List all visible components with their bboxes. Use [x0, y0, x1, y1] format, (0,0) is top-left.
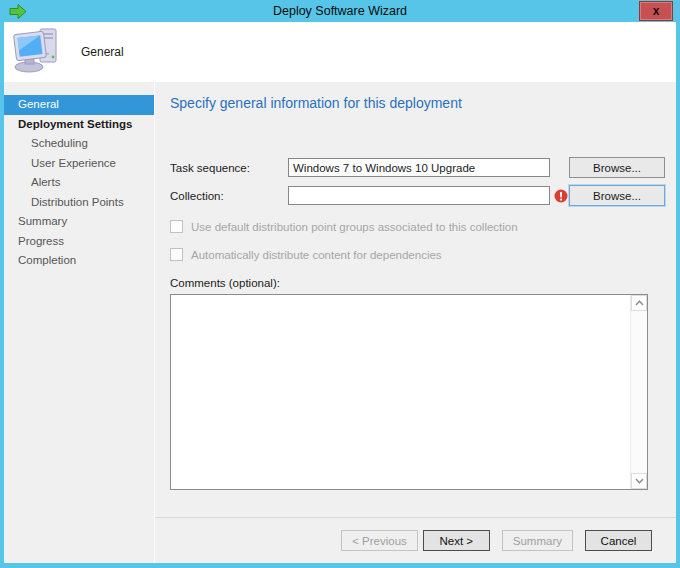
sidebar-item-scheduling[interactable]: Scheduling — [4, 134, 154, 154]
sidebar-item-completion[interactable]: Completion — [4, 251, 154, 271]
comments-field — [170, 294, 648, 490]
task-sequence-input[interactable] — [288, 158, 550, 177]
auto-distribute-content-checkbox[interactable] — [170, 248, 183, 261]
close-icon[interactable]: x — [639, 1, 673, 21]
scroll-down-icon[interactable] — [631, 473, 647, 489]
wizard-sidebar: General Deployment Settings Scheduling U… — [4, 82, 155, 563]
collection-input[interactable] — [288, 186, 550, 205]
collection-label: Collection: — [170, 190, 224, 202]
cancel-button[interactable]: Cancel — [585, 530, 652, 551]
task-sequence-browse-button[interactable]: Browse... — [569, 157, 665, 178]
comments-label: Comments (optional): — [170, 277, 280, 289]
sidebar-item-general[interactable]: General — [4, 95, 154, 115]
next-button[interactable]: Next > — [423, 530, 490, 551]
sidebar-item-alerts[interactable]: Alerts — [4, 173, 154, 193]
sidebar-item-distribution-points[interactable]: Distribution Points — [4, 193, 154, 213]
general-page: Specify general information for this dep… — [155, 82, 676, 517]
use-default-dp-groups-label: Use default distribution point groups as… — [191, 221, 518, 233]
titlebar[interactable]: Deploy Software Wizard x — [0, 0, 680, 22]
window-title: Deploy Software Wizard — [0, 0, 680, 22]
scroll-up-icon[interactable] — [631, 295, 647, 311]
sidebar-item-deployment-settings[interactable]: Deployment Settings — [4, 115, 154, 135]
sidebar-item-summary[interactable]: Summary — [4, 212, 154, 232]
wizard-header: General — [4, 22, 676, 82]
task-sequence-label: Task sequence: — [170, 162, 250, 174]
wizard-page-title: General — [81, 45, 124, 59]
use-default-dp-groups-row: Use default distribution point groups as… — [170, 220, 518, 233]
window-body: General General Deployment Settings Sche… — [4, 22, 676, 563]
sidebar-item-progress[interactable]: Progress — [4, 232, 154, 252]
previous-button[interactable]: < Previous — [341, 530, 418, 551]
auto-distribute-content-label: Automatically distribute content for dep… — [191, 249, 442, 261]
computer-icon — [13, 27, 61, 77]
use-default-dp-groups-checkbox[interactable] — [170, 220, 183, 233]
comments-scrollbar[interactable] — [630, 295, 647, 489]
summary-button[interactable]: Summary — [502, 530, 573, 551]
validation-error-icon — [554, 189, 568, 207]
collection-browse-button[interactable]: Browse... — [569, 185, 665, 206]
wizard-button-bar: < Previous Next > Summary Cancel — [155, 517, 676, 563]
deploy-software-wizard-window: Deploy Software Wizard x — [0, 0, 680, 568]
page-heading: Specify general information for this dep… — [170, 95, 462, 111]
comments-textarea[interactable] — [171, 295, 630, 489]
auto-distribute-content-row: Automatically distribute content for dep… — [170, 248, 442, 261]
sidebar-item-user-experience[interactable]: User Experience — [4, 154, 154, 174]
